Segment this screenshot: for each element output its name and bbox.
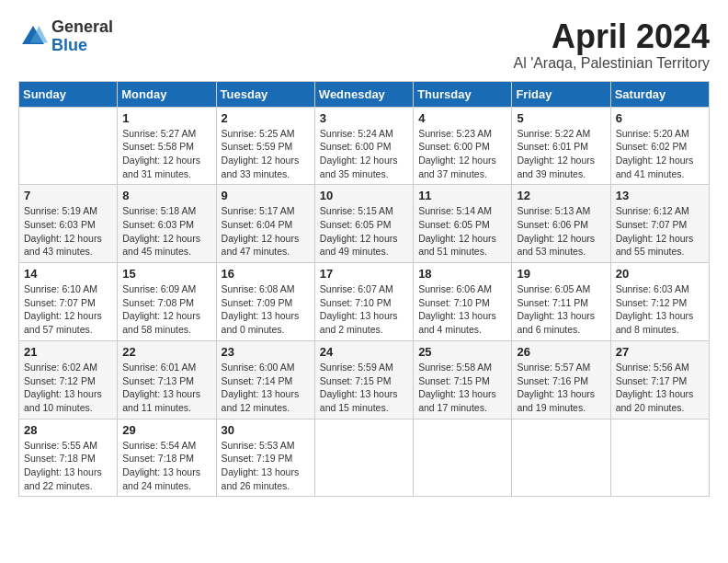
day-info: Sunrise: 5:56 AM Sunset: 7:17 PM Dayligh… [616,361,704,415]
day-number: 8 [122,189,210,202]
calendar-week-row: 28Sunrise: 5:55 AM Sunset: 7:18 PM Dayli… [19,419,710,497]
day-info: Sunrise: 6:01 AM Sunset: 7:13 PM Dayligh… [122,361,210,415]
logo-icon [18,22,48,52]
day-number: 14 [24,267,112,281]
day-info: Sunrise: 5:18 AM Sunset: 6:03 PM Dayligh… [122,204,210,259]
day-info: Sunrise: 5:25 AM Sunset: 5:59 PM Dayligh… [222,127,310,181]
calendar-cell: 7Sunrise: 5:19 AM Sunset: 6:03 PM Daylig… [19,185,118,263]
calendar-cell: 12Sunrise: 5:13 AM Sunset: 6:06 PM Dayli… [512,185,610,263]
day-info: Sunrise: 6:02 AM Sunset: 7:12 PM Dayligh… [24,361,112,415]
calendar-cell: 18Sunrise: 6:06 AM Sunset: 7:10 PM Dayli… [414,263,512,341]
calendar-cell: 17Sunrise: 6:07 AM Sunset: 7:10 PM Dayli… [314,263,413,341]
day-info: Sunrise: 5:15 AM Sunset: 6:05 PM Dayligh… [320,204,408,259]
day-number: 5 [517,111,605,125]
day-info: Sunrise: 5:23 AM Sunset: 6:00 PM Dayligh… [418,127,506,181]
day-info: Sunrise: 5:13 AM Sunset: 6:06 PM Dayligh… [517,204,605,259]
day-info: Sunrise: 5:14 AM Sunset: 6:05 PM Dayligh… [418,204,506,259]
day-info: Sunrise: 6:09 AM Sunset: 7:08 PM Dayligh… [122,282,210,337]
day-number: 11 [418,189,506,202]
calendar-cell: 5Sunrise: 5:22 AM Sunset: 6:01 PM Daylig… [512,107,610,185]
logo-text: General Blue [51,18,113,55]
day-number: 29 [122,423,210,437]
calendar-cell: 22Sunrise: 6:01 AM Sunset: 7:13 PM Dayli… [118,340,216,419]
calendar-header-row: SundayMondayTuesdayWednesdayThursdayFrid… [19,81,710,107]
calendar-cell: 27Sunrise: 5:56 AM Sunset: 7:17 PM Dayli… [610,340,709,419]
calendar-cell: 9Sunrise: 5:17 AM Sunset: 6:04 PM Daylig… [216,185,314,263]
calendar-cell: 20Sunrise: 6:03 AM Sunset: 7:12 PM Dayli… [610,263,709,341]
day-number: 23 [222,345,310,359]
day-number: 16 [222,267,310,281]
day-info: Sunrise: 6:12 AM Sunset: 7:07 PM Dayligh… [616,204,704,259]
calendar-week-row: 1Sunrise: 5:27 AM Sunset: 5:58 PM Daylig… [19,107,710,185]
logo: General Blue [18,18,113,55]
day-info: Sunrise: 5:20 AM Sunset: 6:02 PM Dayligh… [616,127,704,181]
calendar-cell: 3Sunrise: 5:24 AM Sunset: 6:00 PM Daylig… [314,107,413,185]
day-info: Sunrise: 6:00 AM Sunset: 7:14 PM Dayligh… [222,361,310,415]
calendar-cell: 23Sunrise: 6:00 AM Sunset: 7:14 PM Dayli… [216,340,314,419]
calendar-cell [414,419,512,497]
calendar-cell: 16Sunrise: 6:08 AM Sunset: 7:09 PM Dayli… [216,263,314,341]
day-info: Sunrise: 6:03 AM Sunset: 7:12 PM Dayligh… [616,282,704,337]
calendar-cell: 1Sunrise: 5:27 AM Sunset: 5:58 PM Daylig… [118,107,216,185]
weekday-header: Tuesday [216,81,314,107]
calendar-cell [610,419,709,497]
weekday-header: Sunday [19,81,118,107]
day-number: 4 [418,111,506,125]
calendar-cell: 11Sunrise: 5:14 AM Sunset: 6:05 PM Dayli… [414,185,512,263]
calendar-cell: 25Sunrise: 5:58 AM Sunset: 7:15 PM Dayli… [414,340,512,419]
calendar-table: SundayMondayTuesdayWednesdayThursdayFrid… [18,81,710,498]
day-info: Sunrise: 5:55 AM Sunset: 7:18 PM Dayligh… [24,439,112,493]
day-number: 25 [418,345,506,359]
day-number: 22 [122,345,210,359]
calendar-cell: 19Sunrise: 6:05 AM Sunset: 7:11 PM Dayli… [512,263,610,341]
calendar-cell: 28Sunrise: 5:55 AM Sunset: 7:18 PM Dayli… [19,419,118,497]
day-info: Sunrise: 6:08 AM Sunset: 7:09 PM Dayligh… [222,282,310,337]
logo-general: General [51,18,113,37]
day-info: Sunrise: 5:53 AM Sunset: 7:19 PM Dayligh… [222,439,310,493]
day-number: 19 [517,267,605,281]
day-info: Sunrise: 6:07 AM Sunset: 7:10 PM Dayligh… [320,282,408,337]
calendar-cell: 21Sunrise: 6:02 AM Sunset: 7:12 PM Dayli… [19,340,118,419]
day-info: Sunrise: 6:05 AM Sunset: 7:11 PM Dayligh… [517,282,605,337]
day-info: Sunrise: 5:58 AM Sunset: 7:15 PM Dayligh… [418,361,506,415]
calendar-cell [314,419,413,497]
day-number: 27 [616,345,704,359]
calendar-cell: 24Sunrise: 5:59 AM Sunset: 7:15 PM Dayli… [314,340,413,419]
calendar-cell [512,419,610,497]
weekday-header: Monday [118,81,216,107]
calendar-cell: 10Sunrise: 5:15 AM Sunset: 6:05 PM Dayli… [314,185,413,263]
day-info: Sunrise: 5:17 AM Sunset: 6:04 PM Dayligh… [222,204,310,259]
day-number: 15 [122,267,210,281]
day-number: 12 [517,189,605,202]
day-info: Sunrise: 5:22 AM Sunset: 6:01 PM Dayligh… [517,127,605,181]
day-number: 30 [222,423,310,437]
weekday-header: Friday [512,81,610,107]
calendar-cell: 14Sunrise: 6:10 AM Sunset: 7:07 PM Dayli… [19,263,118,341]
day-number: 7 [24,189,112,202]
calendar-week-row: 14Sunrise: 6:10 AM Sunset: 7:07 PM Dayli… [19,263,710,341]
day-number: 17 [320,267,408,281]
day-number: 28 [24,423,112,437]
calendar-cell: 8Sunrise: 5:18 AM Sunset: 6:03 PM Daylig… [118,185,216,263]
day-info: Sunrise: 5:24 AM Sunset: 6:00 PM Dayligh… [320,127,408,181]
logo-blue: Blue [51,37,113,55]
title-block: April 2024 Al 'Araqa, Palestinian Territ… [513,18,710,72]
calendar-cell: 13Sunrise: 6:12 AM Sunset: 7:07 PM Dayli… [610,185,709,263]
calendar-week-row: 7Sunrise: 5:19 AM Sunset: 6:03 PM Daylig… [19,185,710,263]
calendar-cell: 26Sunrise: 5:57 AM Sunset: 7:16 PM Dayli… [512,340,610,419]
day-number: 18 [418,267,506,281]
month-title: April 2024 [513,18,710,55]
day-info: Sunrise: 5:27 AM Sunset: 5:58 PM Dayligh… [122,127,210,181]
day-info: Sunrise: 6:10 AM Sunset: 7:07 PM Dayligh… [24,282,112,337]
day-number: 24 [320,345,408,359]
day-number: 6 [616,111,704,125]
day-number: 2 [222,111,310,125]
calendar-cell: 6Sunrise: 5:20 AM Sunset: 6:02 PM Daylig… [610,107,709,185]
day-number: 1 [122,111,210,125]
location: Al 'Araqa, Palestinian Territory [513,55,710,72]
day-number: 26 [517,345,605,359]
day-info: Sunrise: 5:19 AM Sunset: 6:03 PM Dayligh… [24,204,112,259]
calendar-cell: 30Sunrise: 5:53 AM Sunset: 7:19 PM Dayli… [216,419,314,497]
page-header: General Blue April 2024 Al 'Araqa, Pales… [18,18,710,72]
calendar-cell: 15Sunrise: 6:09 AM Sunset: 7:08 PM Dayli… [118,263,216,341]
